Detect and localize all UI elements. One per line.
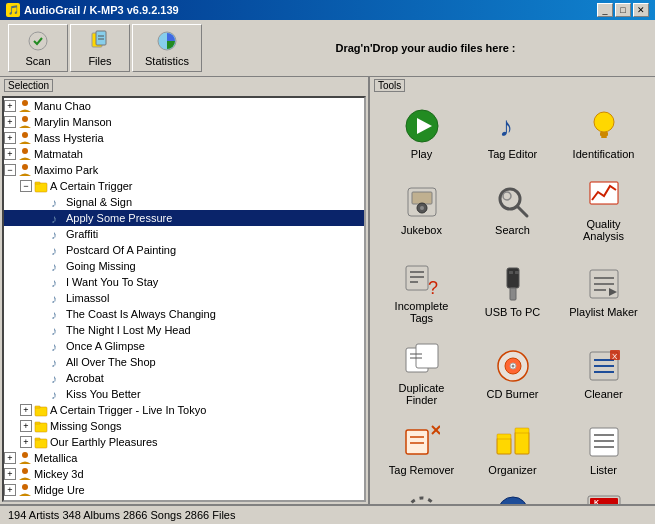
svg-rect-82 (497, 438, 511, 454)
tree-item-kiss[interactable]: ♪ Kiss You Better (4, 386, 364, 402)
tree-item-mickey[interactable]: + Mickey 3d (4, 466, 364, 482)
tool-cleaner[interactable]: X Cleaner (560, 335, 647, 413)
tree-item-manu[interactable]: + Manu Chao (4, 98, 364, 114)
tree-item-trigger1[interactable]: − A Certain Trigger (4, 178, 364, 194)
tree-item-allover[interactable]: ♪ All Over The Shop (4, 354, 364, 370)
tool-organizer[interactable]: Organizer (469, 417, 556, 483)
statistics-button[interactable]: Statistics (132, 24, 202, 72)
tool-cd-burner[interactable]: CD Burner (469, 335, 556, 413)
tree-item-limassol[interactable]: ♪ Limassol (4, 290, 364, 306)
expander-marylin[interactable]: + (4, 116, 16, 128)
tool-icon-cleaner: X (586, 348, 622, 384)
tool-icon-settings (404, 494, 440, 504)
tree-item-midge[interactable]: + Midge Ure (4, 482, 364, 498)
tree-item-acrobat[interactable]: ♪ Acrobat (4, 370, 364, 386)
expander-maximo[interactable]: − (4, 164, 16, 176)
tree-item-coast[interactable]: ♪ The Coast Is Always Changing (4, 306, 364, 322)
svg-rect-39 (600, 132, 608, 136)
tool-play[interactable]: Play (378, 101, 465, 167)
tree-icon-track: ♪ (50, 355, 64, 369)
tree-item-glimpse[interactable]: ♪ Once A Glimpse (4, 338, 364, 354)
tree-item-postcard[interactable]: ♪ Postcard Of A Painting (4, 242, 364, 258)
tree-item-trigger2[interactable]: + A Certain Trigger - Live In Tokyo (4, 402, 364, 418)
svg-text:♪: ♪ (51, 212, 57, 225)
tool-identification[interactable]: Identification (560, 101, 647, 167)
tree-item-maximo[interactable]: − Maximo Park (4, 162, 364, 178)
tool-search[interactable]: Search (469, 171, 556, 249)
expander-midge[interactable]: + (4, 484, 16, 496)
tree-icon-artist (18, 115, 32, 129)
svg-text:♪: ♪ (499, 111, 513, 142)
tool-settings[interactable]: Settings (378, 487, 465, 504)
expander-metallica[interactable]: + (4, 452, 16, 464)
tree-label-allover: All Over The Shop (66, 356, 156, 368)
tool-jukebox[interactable]: Jukebox (378, 171, 465, 249)
tool-lister[interactable]: Lister (560, 417, 647, 483)
expander-trigger2[interactable]: + (20, 404, 32, 416)
tool-duplicate-finder[interactable]: Duplicate Finder (378, 335, 465, 413)
tree-label-apply: Apply Some Pressure (66, 212, 172, 224)
tool-tag-editor[interactable]: ♪ Tag Editor (469, 101, 556, 167)
tree-item-mass[interactable]: + Mass Hysteria (4, 130, 364, 146)
tree-label-mass: Mass Hysteria (34, 132, 104, 144)
expander-missing[interactable]: + (20, 420, 32, 432)
tool-label-cleaner: Cleaner (584, 388, 623, 400)
tree-item-metallica[interactable]: + Metallica (4, 450, 364, 466)
tool-label-organizer: Organizer (488, 464, 536, 476)
tool-help[interactable]: ? Help (469, 487, 556, 504)
tool-icon-usb-to-pc (495, 266, 531, 302)
tree-item-wantyou[interactable]: ♪ I Want You To Stay (4, 274, 364, 290)
tool-icon-cd-burner (495, 348, 531, 384)
tool-icon-identification (586, 108, 622, 144)
expander-mickey[interactable]: + (4, 468, 16, 480)
svg-rect-27 (35, 406, 40, 408)
tree-label-trigger2: A Certain Trigger - Live In Tokyo (50, 404, 206, 416)
tree-label-missing: Missing Songs (50, 420, 122, 432)
svg-rect-48 (590, 182, 618, 204)
tree-icon-track: ♪ (50, 371, 64, 385)
expander-trigger1[interactable]: − (20, 180, 32, 192)
svg-text:?: ? (428, 278, 438, 296)
tree-item-signal[interactable]: ♪ Signal & Sign (4, 194, 364, 210)
svg-line-46 (517, 206, 527, 216)
tool-playlist-maker[interactable]: Playlist Maker (560, 253, 647, 331)
tree-item-going[interactable]: ♪ Going Missing (4, 258, 364, 274)
svg-rect-40 (601, 136, 607, 138)
tool-about[interactable]: K K-MP3 About (560, 487, 647, 504)
tree-icon-artist (18, 99, 32, 113)
tree-container[interactable]: + Manu Chao+ Marylin Manson+ Mass Hyster… (2, 96, 366, 502)
tree-item-graffiti[interactable]: ♪ Graffiti (4, 226, 364, 242)
scan-button[interactable]: Scan (8, 24, 68, 72)
expander-mass[interactable]: + (4, 132, 16, 144)
tool-icon-quality-analysis (586, 178, 622, 214)
expander-earthly[interactable]: + (20, 436, 32, 448)
tree-icon-artist (18, 163, 32, 177)
svg-rect-2 (96, 31, 106, 45)
tool-icon-tag-remover (404, 424, 440, 460)
tree-icon-track: ♪ (50, 275, 64, 289)
maximize-button[interactable]: □ (615, 3, 631, 17)
tool-incomplete-tags[interactable]: ? Incomplete Tags (378, 253, 465, 331)
tree-item-matmatah[interactable]: + Matmatah (4, 146, 364, 162)
svg-point-47 (503, 192, 511, 200)
tree-item-marylin[interactable]: + Marylin Manson (4, 114, 364, 130)
tool-tag-remover[interactable]: Tag Remover (378, 417, 465, 483)
svg-rect-86 (590, 428, 618, 456)
tree-item-missing[interactable]: + Missing Songs (4, 418, 364, 434)
tool-usb-to-pc[interactable]: USB To PC (469, 253, 556, 331)
tree-item-earthly[interactable]: + Our Earthly Pleasures (4, 434, 364, 450)
svg-text:♪: ♪ (51, 340, 57, 353)
svg-rect-49 (406, 266, 428, 290)
tree-item-night[interactable]: ♪ The Night I Lost My Head (4, 322, 364, 338)
svg-rect-30 (35, 439, 47, 448)
expander-matmatah[interactable]: + (4, 148, 16, 160)
close-button[interactable]: ✕ (633, 3, 649, 17)
expander-manu[interactable]: + (4, 100, 16, 112)
tree-icon-track: ♪ (50, 307, 64, 321)
tree-item-apply[interactable]: ♪ Apply Some Pressure (4, 210, 364, 226)
svg-point-38 (594, 112, 614, 132)
main-window: Scan Files Statistics Drag'n'Drop your a… (0, 20, 655, 524)
files-button[interactable]: Files (70, 24, 130, 72)
minimize-button[interactable]: _ (597, 3, 613, 17)
tool-quality-analysis[interactable]: Quality Analysis (560, 171, 647, 249)
